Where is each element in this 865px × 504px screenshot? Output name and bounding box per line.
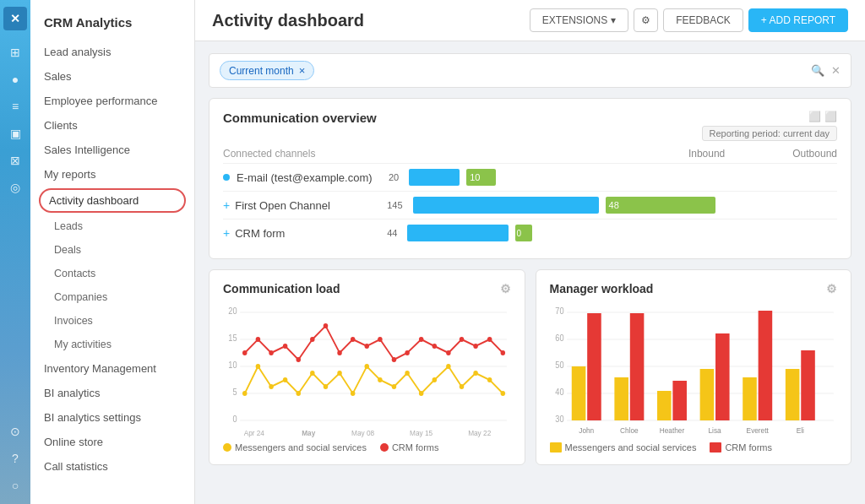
sidebar: CRM Analytics Lead analysis Sales Employ… <box>30 0 195 504</box>
sidebar-item-employee-performance[interactable]: Employee performance <box>30 89 194 113</box>
channel-plus-crm: + <box>223 226 230 240</box>
svg-text:60: 60 <box>555 333 563 343</box>
svg-point-49 <box>432 344 438 349</box>
chart-icon[interactable]: ◎ <box>3 176 27 199</box>
sidebar-item-online-store[interactable]: Online store <box>30 430 194 454</box>
svg-point-23 <box>351 391 356 396</box>
bar-lisa-yellow <box>699 369 714 420</box>
add-report-button[interactable]: + ADD REPORT <box>748 8 848 32</box>
outbound-bar-email: 10 <box>466 169 496 186</box>
inbound-bar-crm <box>407 225 509 241</box>
sidebar-item-my-reports[interactable]: My reports <box>30 162 194 187</box>
sidebar-item-bi-analytics-settings[interactable]: BI analytics settings <box>30 405 194 430</box>
help-icon[interactable]: ? <box>3 447 27 470</box>
bell-icon[interactable]: ⊙ <box>3 420 27 443</box>
inbound-bar-email <box>409 169 460 186</box>
sidebar-item-sales-intelligence[interactable]: Sales Intelligence <box>30 138 194 162</box>
legend-messengers: Messengers and social services <box>223 442 367 453</box>
svg-point-52 <box>473 344 478 349</box>
feedback-button[interactable]: FEEDBACK <box>663 8 743 32</box>
reporting-badge: Reporting period: current day <box>702 126 837 141</box>
svg-text:May 08: May 08 <box>351 429 374 437</box>
clear-filter-icon[interactable]: ✕ <box>831 64 841 77</box>
legend-bar-messengers <box>550 442 562 453</box>
svg-point-44 <box>364 344 369 349</box>
sidebar-item-lead-analysis[interactable]: Lead analysis <box>30 40 194 64</box>
layers-icon[interactable]: ≡ <box>3 95 27 118</box>
expand-icon[interactable]: ⬜ <box>824 111 837 122</box>
sidebar-item-inventory[interactable]: Inventory Management <box>30 356 194 381</box>
sidebar-item-deals[interactable]: Deals <box>30 238 194 262</box>
svg-point-34 <box>501 391 506 396</box>
inbound-bar-open <box>413 197 599 214</box>
svg-point-25 <box>378 377 383 382</box>
comm-overview-title: Communication overview <box>223 111 377 125</box>
svg-point-27 <box>405 371 410 376</box>
col-outbound-label: Outbound <box>792 148 837 160</box>
svg-text:20: 20 <box>228 306 237 316</box>
comm-load-chart-card: Communication load ⚙ 20 15 10 5 0 <box>209 269 525 465</box>
sidebar-item-activity-dashboard[interactable]: Activity dashboard <box>39 188 186 213</box>
svg-point-22 <box>337 371 342 376</box>
sidebar-item-sales[interactable]: Sales <box>30 64 194 89</box>
svg-text:Chloe: Chloe <box>620 426 639 435</box>
manager-workload-title: Manager workload ⚙ <box>550 282 838 295</box>
chevron-down-icon: ▾ <box>611 14 616 26</box>
svg-point-47 <box>405 350 410 355</box>
filter-icons: 🔍 ✕ <box>811 64 841 77</box>
svg-point-51 <box>460 337 465 342</box>
user-icon[interactable]: ● <box>3 68 27 91</box>
grid-icon[interactable]: ⊞ <box>3 41 27 64</box>
bar-eli-yellow <box>785 369 799 420</box>
svg-point-31 <box>460 384 465 389</box>
svg-point-18 <box>283 377 288 382</box>
sidebar-item-companies[interactable]: Companies <box>30 285 194 309</box>
svg-point-54 <box>501 350 506 355</box>
sidebar-item-bi-analytics[interactable]: BI analytics <box>30 381 194 405</box>
svg-text:30: 30 <box>555 415 563 424</box>
bar-chloe-yellow <box>614 377 628 420</box>
svg-point-32 <box>473 371 478 376</box>
comm-load-settings-icon[interactable]: ⚙ <box>500 282 511 295</box>
channel-plus-open: + <box>223 198 230 212</box>
channel-dot-email <box>223 174 230 181</box>
box-icon[interactable]: ▣ <box>3 122 27 145</box>
svg-text:5: 5 <box>232 387 237 397</box>
close-button[interactable]: ✕ <box>3 7 27 30</box>
svg-text:10: 10 <box>228 360 237 370</box>
channel-bars-email: 20 10 <box>389 169 837 186</box>
svg-text:May 15: May 15 <box>410 429 432 437</box>
sidebar-item-my-activities[interactable]: My activities <box>30 333 194 356</box>
cart-icon[interactable]: ⊠ <box>3 149 27 172</box>
filter-tag-close[interactable]: × <box>299 64 306 77</box>
channel-row-crm-form: + CRM form 44 0 <box>223 219 837 247</box>
svg-text:Apr 24: Apr 24 <box>244 429 265 437</box>
inbound-label-open: 145 <box>387 200 402 210</box>
sidebar-item-leads[interactable]: Leads <box>30 214 194 238</box>
sidebar-item-clients[interactable]: Clients <box>30 113 194 138</box>
svg-point-46 <box>392 357 397 362</box>
person-icon[interactable]: ○ <box>3 474 27 497</box>
legend-dot-messengers <box>223 443 231 452</box>
channel-row-email: E-mail (test@example.com) 20 10 <box>223 163 837 191</box>
header-actions: EXTENSIONS ▾ ⚙ FEEDBACK + ADD REPORT <box>530 8 848 32</box>
filter-tag-current-month[interactable]: Current month × <box>220 61 314 80</box>
svg-point-37 <box>269 350 274 355</box>
svg-point-17 <box>269 384 274 389</box>
col-connected-label: Connected channels <box>223 148 617 160</box>
manager-workload-settings-icon[interactable]: ⚙ <box>826 282 837 295</box>
sidebar-item-call-statistics[interactable]: Call statistics <box>30 454 194 479</box>
settings-button[interactable]: ⚙ <box>634 8 658 32</box>
svg-point-29 <box>432 377 438 382</box>
svg-point-48 <box>419 337 424 342</box>
sidebar-item-contacts[interactable]: Contacts <box>30 262 194 285</box>
svg-point-41 <box>324 323 329 328</box>
extensions-button[interactable]: EXTENSIONS ▾ <box>530 8 628 32</box>
copy-icon[interactable]: ⬜ <box>808 111 821 122</box>
search-icon[interactable]: 🔍 <box>811 64 824 77</box>
filter-bar: Current month × 🔍 ✕ <box>209 53 851 88</box>
svg-text:70: 70 <box>555 306 563 316</box>
svg-point-50 <box>446 350 451 355</box>
main-area: Activity dashboard EXTENSIONS ▾ ⚙ FEEDBA… <box>195 0 865 504</box>
sidebar-item-invoices[interactable]: Invoices <box>30 309 194 333</box>
